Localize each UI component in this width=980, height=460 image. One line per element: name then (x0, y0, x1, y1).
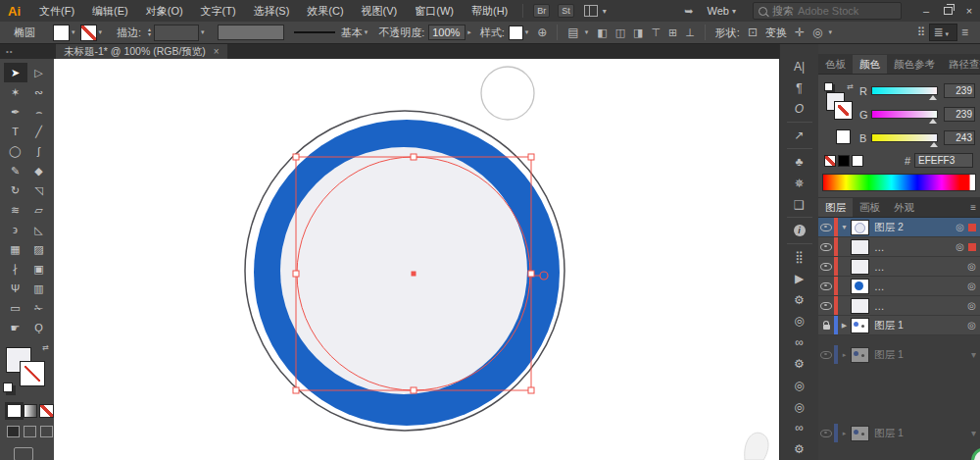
info-panel-icon[interactable]: i (780, 220, 818, 241)
draw-normal-button[interactable] (7, 426, 20, 437)
slider-handle-icon[interactable] (929, 119, 937, 124)
layer-thumbnail[interactable] (851, 279, 869, 294)
slice-tool-icon[interactable]: ✁ (27, 298, 51, 318)
visibility-cell[interactable] (818, 224, 834, 231)
transform-panel-icon[interactable]: ⣿ (780, 246, 818, 268)
export-panel-icon[interactable]: ↗ (780, 125, 818, 146)
target-icon[interactable]: ◎ (967, 300, 976, 311)
lock-cell[interactable] (818, 322, 834, 330)
collapsed-layer-row[interactable]: ▸图层 1▾ (818, 345, 980, 364)
toolbar-drag-dots[interactable]: •• (6, 47, 14, 56)
layer-name[interactable]: 图层 1 (874, 319, 904, 332)
layers-panel-tab[interactable]: 外观 (887, 198, 921, 217)
inner-light-circle[interactable] (280, 147, 527, 394)
stock-button[interactable]: St (558, 4, 574, 18)
chevron-down-icon[interactable]: ▾ (971, 428, 976, 438)
hand-tool-icon[interactable]: ☛ (4, 318, 27, 337)
shaper-tool-icon[interactable]: ✎ (4, 161, 27, 180)
selection-tool-icon[interactable]: ➤ (4, 63, 27, 82)
document-tab[interactable]: 未标题-1* @ 100% (RGB/预览) × (56, 44, 227, 59)
brush-definition-label[interactable]: 基本 (341, 26, 363, 40)
selection-handle[interactable] (528, 271, 534, 277)
layer-row[interactable]: ▼图层 2◎ (818, 218, 980, 237)
shape-builder-tool-icon[interactable]: ϶ (4, 220, 27, 239)
visibility-cell[interactable] (818, 282, 834, 290)
layer-name[interactable]: 图层 1 (874, 427, 904, 440)
close-tab-icon[interactable]: × (214, 46, 220, 57)
hex-input[interactable]: EFEFF3 (914, 153, 973, 168)
layer-row[interactable]: ▸图层 1▾ (818, 424, 980, 442)
expand-chevron-icon[interactable]: ▼ (838, 224, 851, 230)
settings-panel-icon[interactable]: ⚙ (780, 289, 818, 311)
small-top-circle[interactable] (481, 67, 534, 120)
chevron-down-icon[interactable]: ▾ (72, 28, 75, 36)
stroke-swatch[interactable] (21, 362, 44, 385)
selection-handle[interactable] (293, 271, 299, 277)
layer-thumbnail[interactable] (851, 298, 869, 314)
links-panel-2-icon[interactable]: ∞ (780, 417, 818, 438)
color-panel-tab[interactable]: 色板 (818, 55, 853, 74)
links-panel-icon[interactable]: ∞ (780, 332, 818, 353)
symbols-panel-icon[interactable]: ♣ (780, 151, 818, 173)
layer-name[interactable]: … (874, 300, 885, 312)
menu-item[interactable]: 选择(S) (245, 5, 299, 17)
color-panel-tab[interactable]: 颜色 (853, 55, 887, 74)
artboard-tool-icon[interactable]: ▭ (4, 298, 27, 318)
cc-libraries-panel-icon[interactable]: ◎ (780, 311, 818, 332)
chevron-down-icon[interactable]: ▾ (603, 7, 607, 16)
target-icon[interactable]: ◎ (967, 320, 976, 331)
opacity-input[interactable]: 100% (428, 25, 466, 40)
close-button[interactable]: × (958, 5, 980, 17)
align-bottom-icon[interactable]: ⊥ (685, 26, 695, 39)
slider-handle-icon[interactable] (930, 142, 938, 147)
channel-value-input[interactable]: 243 (944, 130, 975, 145)
width-tool-icon[interactable]: ≋ (4, 200, 27, 220)
stroke-proxy-swatch[interactable] (835, 102, 852, 119)
menu-item[interactable]: 窗口(W) (406, 5, 463, 17)
expand-chevron-icon[interactable]: ▸ (838, 351, 851, 359)
target-icon[interactable]: ◎ (967, 261, 976, 272)
workspace-switcher[interactable]: Web ▾ (708, 5, 739, 17)
bridge-button[interactable]: Br (533, 4, 550, 18)
layer-row[interactable]: …◎ (818, 237, 980, 257)
isolate-icon[interactable]: ✛ (795, 26, 805, 39)
paintbrush-tool-icon[interactable]: ʃ (27, 141, 51, 161)
chevron-down-icon[interactable]: ▾ (99, 28, 103, 36)
search-input[interactable]: 搜索 Adobe Stock (753, 2, 902, 20)
menu-item[interactable]: 视图(V) (353, 5, 407, 17)
layer-name[interactable]: … (874, 281, 885, 292)
layers-panel-menu-icon[interactable]: ≡ (970, 202, 976, 213)
layers-panel-tab[interactable]: 图层 (818, 198, 853, 217)
layer-thumbnail[interactable] (851, 347, 869, 363)
none-swatch[interactable] (824, 155, 836, 167)
visibility-cell[interactable] (818, 351, 834, 359)
black-swatch[interactable] (838, 155, 850, 167)
collapsed-layer-row[interactable]: ▸图层 1▾ (818, 424, 980, 442)
brushes-panel-icon[interactable]: ✵ (780, 173, 818, 194)
color-panel-tab[interactable]: 颜色参考 (887, 55, 942, 74)
lasso-tool-icon[interactable]: ∾ (27, 82, 51, 102)
stroke-weight-stepper[interactable]: ▴▾ (148, 27, 151, 37)
type-tool-icon[interactable]: T (4, 122, 27, 141)
align-left-icon[interactable]: ◧ (597, 26, 607, 39)
pathfinder-panel-icon[interactable]: ❑ (780, 194, 818, 216)
selection-center-point[interactable] (412, 272, 416, 277)
free-transform-tool-icon[interactable]: ▱ (27, 200, 51, 220)
direct-selection-tool-icon[interactable]: ▷ (27, 63, 51, 82)
chevron-down-icon[interactable]: ▾ (365, 28, 368, 36)
slider-handle-icon[interactable] (929, 95, 937, 100)
preferences-icon[interactable]: ▤ (567, 26, 578, 39)
selection-handle[interactable] (293, 387, 299, 393)
style-swatch[interactable] (509, 26, 523, 40)
menu-item[interactable]: 帮助(H) (463, 5, 516, 17)
zoom-tool-icon[interactable]: Ǫ (27, 318, 51, 337)
document-setup-icon[interactable]: ⊕ (537, 26, 547, 39)
eyedropper-tool-icon[interactable]: ∤ (4, 259, 27, 279)
symbol-sprayer-tool-icon[interactable]: Ψ (4, 279, 27, 298)
share-icon[interactable]: ➥ (684, 5, 693, 18)
all-tools-icon[interactable]: ⠿ (917, 26, 926, 39)
screen-mode-button[interactable] (14, 447, 33, 460)
layer-thumbnail[interactable] (851, 259, 869, 275)
color-button[interactable] (7, 404, 22, 418)
select-similar-icon[interactable]: ◎ (812, 26, 822, 39)
